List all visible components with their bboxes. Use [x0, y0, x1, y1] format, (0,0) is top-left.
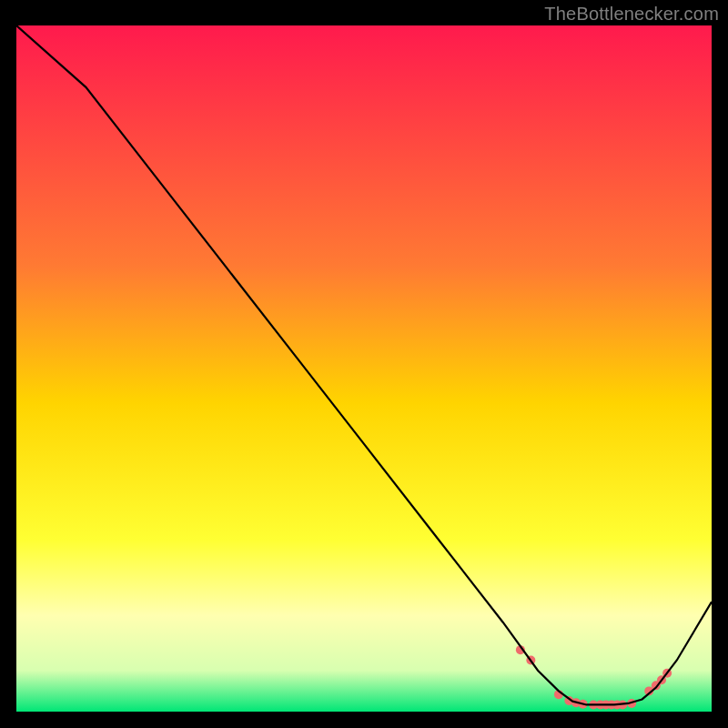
chart-svg	[16, 25, 712, 712]
plot-area	[16, 25, 712, 712]
chart-frame: TheBottleneсker.com	[0, 0, 728, 728]
background-gradient	[16, 25, 712, 712]
watermark-text: TheBottleneсker.com	[544, 4, 719, 25]
